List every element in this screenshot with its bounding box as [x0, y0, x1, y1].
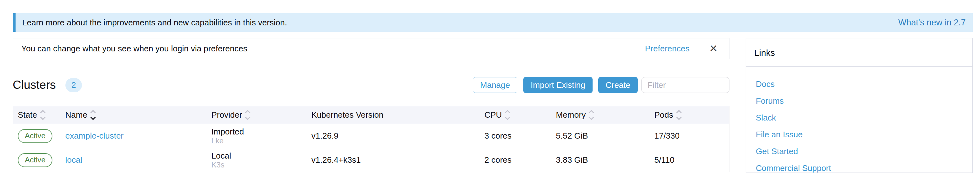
whats-new-link[interactable]: What's new in 2.7 — [898, 18, 966, 28]
sort-carets-icon — [506, 111, 509, 119]
cluster-count-badge: 2 — [65, 78, 82, 92]
list-item: File an Issue — [756, 130, 972, 139]
pods-cell: 5/110 — [650, 148, 729, 172]
table-row: Active example-cluster Imported Lke v1.2… — [13, 124, 729, 148]
cpu-cell: 2 cores — [480, 148, 551, 172]
provider-name: Imported — [212, 127, 307, 136]
table-header-row: State Name Provider Kubernetes Version C — [13, 106, 729, 124]
clusters-header: Clusters 2 Manage Import Existing Create — [13, 77, 729, 93]
forums-link[interactable]: Forums — [756, 96, 784, 106]
list-item: Get Started — [756, 147, 972, 156]
pods-cell: 17/330 — [650, 124, 729, 148]
column-header-provider[interactable]: Provider — [207, 106, 307, 124]
sort-carets-icon — [246, 111, 250, 119]
memory-cell: 3.83 GiB — [551, 148, 650, 172]
sort-carets-icon — [677, 111, 681, 119]
column-header-kubernetes-version[interactable]: Kubernetes Version — [307, 106, 480, 124]
column-header-state[interactable]: State — [13, 106, 60, 124]
provider-name: Local — [212, 151, 307, 160]
page-title: Clusters — [13, 78, 56, 92]
memory-cell: 5.52 GiB — [551, 124, 650, 148]
kubernetes-version-cell: v1.26.4+k3s1 — [307, 148, 480, 172]
links-panel-title: Links — [754, 48, 775, 58]
clusters-home-page: Learn more about the improvements and ne… — [0, 0, 980, 196]
provider-distro: Lke — [212, 136, 307, 145]
docs-link[interactable]: Docs — [756, 79, 775, 89]
sort-carets-icon — [589, 111, 593, 119]
list-item: Commercial Support — [756, 163, 972, 173]
cpu-cell: 3 cores — [480, 124, 551, 148]
column-header-cpu[interactable]: CPU — [480, 106, 551, 124]
version-banner: Learn more about the improvements and ne… — [13, 13, 973, 32]
main-column: You can change what you see when you log… — [13, 38, 729, 173]
preferences-banner: You can change what you see when you log… — [13, 38, 729, 59]
cluster-name-link[interactable]: example-cluster — [65, 131, 124, 141]
column-header-memory[interactable]: Memory — [551, 106, 650, 124]
preferences-banner-message: You can change what you see when you log… — [21, 44, 247, 54]
clusters-table: State Name Provider Kubernetes Version C — [13, 106, 729, 172]
status-badge: Active — [18, 129, 52, 143]
slack-link[interactable]: Slack — [756, 113, 776, 122]
table-row: Active local Local K3s v1.26.4+k3s1 2 co… — [13, 148, 729, 172]
links-list: Docs Forums Slack File an Issue Get Star… — [746, 66, 972, 173]
manage-button[interactable]: Manage — [473, 77, 517, 93]
get-started-link[interactable]: Get Started — [756, 147, 798, 156]
column-header-pods[interactable]: Pods — [650, 106, 729, 124]
links-panel-header: Links — [746, 38, 972, 66]
list-item: Forums — [756, 96, 972, 106]
close-icon[interactable]: ✕ — [709, 43, 718, 54]
sort-carets-icon — [91, 111, 95, 119]
links-panel: Links Docs Forums Slack File an Issue Ge… — [746, 38, 973, 173]
file-an-issue-link[interactable]: File an Issue — [756, 130, 802, 139]
commercial-support-link[interactable]: Commercial Support — [756, 163, 831, 173]
import-existing-button[interactable]: Import Existing — [523, 77, 593, 93]
cluster-name-link[interactable]: local — [65, 155, 82, 164]
kubernetes-version-cell: v1.26.9 — [307, 124, 480, 148]
status-badge: Active — [18, 153, 52, 167]
filter-input[interactable] — [641, 77, 729, 93]
list-item: Docs — [756, 79, 972, 89]
preferences-link[interactable]: Preferences — [645, 44, 689, 54]
list-item: Slack — [756, 113, 972, 123]
column-header-name[interactable]: Name — [60, 106, 207, 124]
provider-distro: K3s — [212, 160, 307, 169]
create-button[interactable]: Create — [598, 77, 638, 93]
version-banner-message: Learn more about the improvements and ne… — [22, 18, 287, 28]
sort-carets-icon — [41, 111, 45, 119]
